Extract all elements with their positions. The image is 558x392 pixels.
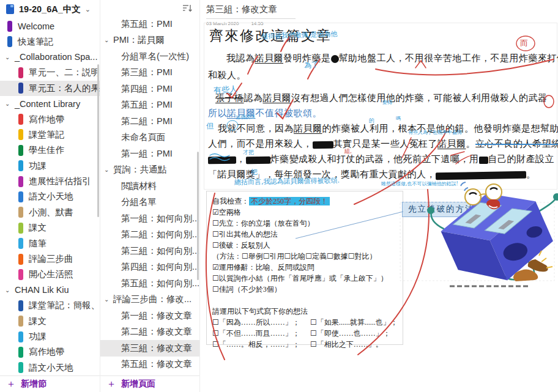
page-item[interactable]: 第四組：PMI [100, 81, 199, 97]
essay-container[interactable]: 齊來修改這篇文章 我認為諾貝爾發明炸藥是幫助地盤工人，不用很辛苦地工作，不是用炸… [204, 23, 557, 190]
body [434, 181, 558, 292]
notebook-switcher[interactable]: 19-20_6A_中文 ⌄ [0, 0, 100, 18]
sidebar-section-item[interactable]: 課文 [0, 313, 100, 328]
page-label: 分組名單 [121, 196, 157, 208]
page-label: PMI：諾貝爾 [113, 34, 165, 46]
page-item[interactable]: 第一組：PMI [100, 146, 199, 162]
essay-text: 我就不同意，因為 [218, 124, 294, 133]
sidebar-section-item[interactable]: Welcome [0, 18, 100, 34]
section-color-tab [18, 331, 23, 342]
page-canvas[interactable]: 第三組：修改文章 03 March 2020 14:55 齊來修改這篇文章 我認… [200, 0, 558, 392]
page-label: 評論三步曲：修改... [113, 294, 192, 305]
chevron-down-icon[interactable]: ⌄ [104, 166, 113, 173]
section-label: 課堂筆記：簡報、... [29, 300, 100, 311]
page-item[interactable]: ⌄ 質詢：共通點 [100, 162, 199, 179]
page-item[interactable]: 第三組：修改文章 [100, 340, 199, 357]
page-item[interactable]: 第一組：修改文章 [100, 308, 199, 324]
page-item[interactable]: ⌄ PMI：諾貝爾 [100, 32, 199, 49]
pencil-sharpener-clipart [425, 181, 558, 292]
sidebar-section-item[interactable]: 功課 [0, 158, 100, 174]
section-color-tab [18, 67, 23, 78]
page-label: 第一組：PMI [121, 148, 173, 160]
page-item[interactable]: 第二組：修改文章 [100, 324, 199, 341]
page-item[interactable]: 第五組：PMI [100, 97, 199, 114]
page-label: 第二組：修改文章 [121, 326, 192, 338]
essay-text: 張子橋 [215, 93, 244, 103]
page-label: 第三組：修改文章 [121, 342, 192, 354]
add-section-button[interactable]: ＋ 新增節 [0, 375, 100, 392]
page-item[interactable]: 第三組：PMI [100, 65, 199, 81]
sidebar-section-item[interactable]: 課堂筆記 [0, 127, 100, 142]
sidebar-section-item[interactable]: 單元五：名人的果實 [0, 81, 100, 96]
sidebar-section-item[interactable]: 學生佳作 [0, 142, 100, 158]
sidebar-section-item[interactable]: 課文 [0, 220, 100, 235]
highlighted-requirement: 不少於250字，分四段！ [249, 197, 330, 205]
sidebar-section-item[interactable]: 寫作地帶 [0, 344, 100, 360]
essay-text: 發明炸藥是 [283, 53, 331, 63]
section-label: 小測、默書 [29, 207, 73, 218]
sidebar-section-item[interactable]: ⌄ CHAN Lik Kiu [0, 283, 100, 298]
essay-text: 諾貝爾 [263, 93, 292, 103]
sidebar-section-item[interactable]: 快速筆記 [0, 34, 100, 49]
page-item[interactable]: 第五組：如何向別... [100, 275, 199, 292]
page-title[interactable]: 第三組：修改文章 [206, 4, 296, 19]
sidebar-section-item[interactable]: 隨筆 [0, 235, 100, 251]
page-label: 第五組：PMI [121, 18, 173, 30]
page-item[interactable]: ⌄ 評論三步曲：修改... [100, 292, 199, 308]
sidebar-scrollbar[interactable] [97, 64, 99, 217]
essay-text: 其實只是某一些人冤枉了 [333, 139, 438, 149]
sidebar-section-item[interactable]: 語文小天地 [0, 189, 100, 204]
page-label: 第三組：如何向別... [121, 245, 199, 257]
chevron-down-icon[interactable]: ⌄ [104, 37, 113, 43]
checklist-line: ☑空兩格 [212, 207, 399, 218]
essay-text: ， [236, 154, 246, 164]
sidebar-section-item[interactable]: 進展性評估指引 [0, 174, 100, 189]
pages-scrollbar[interactable] [197, 152, 199, 280]
sidebar-section-item[interactable]: 評論三步曲 [0, 251, 100, 267]
page-item[interactable]: 第二組：PMI [100, 113, 199, 130]
chevron-down-icon[interactable]: ⌄ [5, 287, 15, 294]
sidebar-section-item[interactable]: 寫作地帶 [0, 111, 100, 127]
page-item[interactable]: 第三組：如何向別... [100, 243, 199, 259]
sidebar-section-item[interactable]: ⌄ _Collaboration Spa... [0, 50, 100, 65]
page-label: 第五組：PMI [121, 99, 173, 111]
page-item[interactable]: 分組單名(一次性) [100, 48, 199, 65]
sidebar-section-item[interactable]: 小測、默書 [0, 205, 100, 220]
page-item[interactable]: 分組名單 [100, 194, 199, 211]
page-label: 分組單名(一次性) [121, 51, 189, 62]
sidebar-section-item[interactable]: 語文小天地 [0, 360, 100, 375]
section-label: 單元五：名人的果實 [29, 83, 100, 94]
sort-pages-icon[interactable] [182, 4, 192, 13]
self-check-list[interactable]: 自我檢查：不少於250字，分四段！☑空兩格☐先立：你的立場（放在首句）☐引出其他… [206, 191, 403, 345]
chevron-down-icon[interactable]: ⌄ [5, 54, 15, 61]
section-label: 功課 [29, 331, 46, 342]
page-item[interactable]: 閲讀材料 [100, 178, 199, 194]
section-color-tab [18, 223, 23, 234]
section-label: CHAN Lik Kiu [15, 285, 69, 295]
page-item[interactable]: 第四組：如何向別... [100, 259, 199, 276]
add-page-button[interactable]: ＋ 新增頁面 [100, 375, 199, 392]
section-label: 課文 [29, 222, 46, 234]
section-label: 快速筆記 [18, 36, 53, 48]
page-item[interactable]: 第五組：修改文章 [100, 357, 199, 373]
redaction-bar [436, 171, 526, 180]
onenote-app: 19-20_6A_中文 ⌄ Welcome 快速筆記 ⌄ _Collaborat… [0, 0, 558, 392]
page-item[interactable]: 第二組：如何向別... [100, 227, 199, 243]
chevron-down-icon[interactable]: ⌄ [104, 296, 113, 303]
page-item[interactable]: 第一組：如何向別... [100, 210, 199, 227]
section-color-tab [18, 176, 23, 187]
sidebar-section-item[interactable]: 課堂筆記：簡報、... [0, 298, 100, 313]
chevron-down-icon[interactable]: ⌄ [5, 100, 15, 107]
essay-text: 認為 [244, 93, 263, 103]
page-item[interactable]: 第五組：PMI [100, 16, 199, 32]
page-item[interactable]: 未命名頁面 [100, 130, 199, 146]
sidebar-section-item[interactable]: ⌄ _Content Library [0, 96, 100, 111]
method-callout: 先立後破的方法 [402, 202, 481, 217]
sidebar-section-item[interactable]: 開心生活照 [0, 267, 100, 282]
checklist-line: ☐引出其他人的想法 [212, 229, 399, 240]
sidebar-section-item[interactable]: 單元一、二：説明文 [0, 65, 100, 80]
section-color-tab [18, 316, 23, 327]
pages-panel: 第五組：PMI ⌄ PMI：諾貝爾 分組單名(一次性) 第三組：PMI 第四組：… [100, 0, 200, 392]
sidebar-section-item[interactable]: 功課 [0, 329, 100, 344]
checklist-line: ☐「不但……而且……」；☐「即使……也……」； [212, 328, 399, 339]
